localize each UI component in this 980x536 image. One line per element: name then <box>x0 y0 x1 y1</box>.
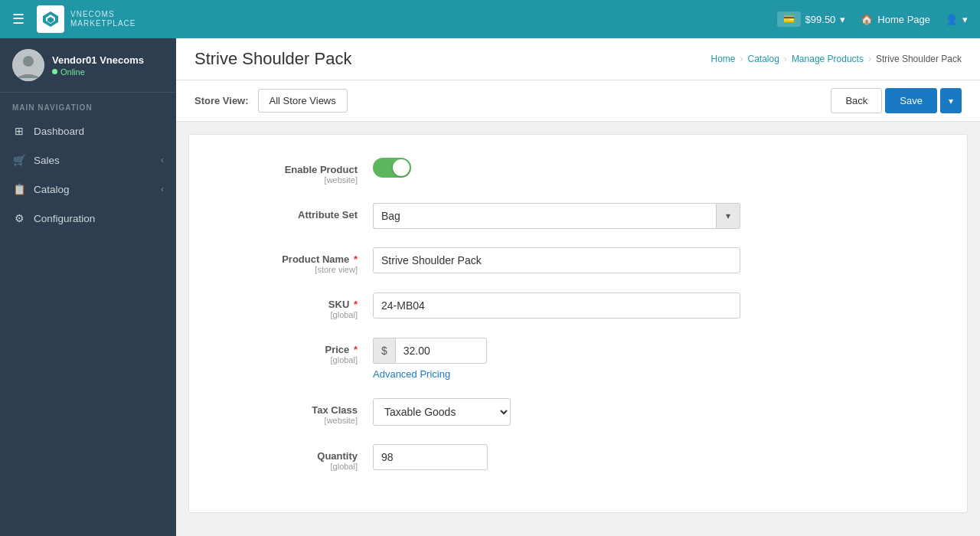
sidebar-item-sales[interactable]: 🛒 Sales ‹ <box>0 145 176 175</box>
store-view-button[interactable]: All Store Views <box>258 89 348 113</box>
quantity-label: Quantity [global] <box>220 444 373 471</box>
sidebar: Vendor01 Vnecoms Online MAIN NAVIGATION … <box>0 38 176 536</box>
home-label: Home Page <box>877 14 930 25</box>
enable-product-row: Enable Product [website] <box>220 158 936 185</box>
store-view-label: Store View: <box>194 95 249 106</box>
credit-amount: $99.50 <box>805 14 836 25</box>
quantity-input[interactable] <box>373 444 488 470</box>
product-name-row: Product Name * [store view] <box>220 247 936 274</box>
price-required: * <box>354 344 358 355</box>
credit-arrow: ▾ <box>840 14 845 25</box>
sidebar-item-configuration[interactable]: ⚙ Configuration <box>0 204 176 233</box>
breadcrumb-home[interactable]: Home <box>710 54 735 64</box>
sku-required: * <box>354 299 358 310</box>
sidebar-item-label-configuration: Configuration <box>34 213 95 224</box>
user-menu[interactable]: 👤 ▾ <box>946 14 968 25</box>
home-page-item[interactable]: 🏠 Home Page <box>861 14 930 25</box>
svg-point-4 <box>23 56 34 67</box>
header-right: 💳 $99.50 ▾ 🏠 Home Page 👤 ▾ <box>777 11 968 27</box>
user-info: Vendor01 Vnecoms Online <box>52 54 144 77</box>
catalog-icon: 📋 <box>12 183 26 195</box>
credit-icon: 💳 <box>777 11 801 27</box>
credit-item[interactable]: 💳 $99.50 ▾ <box>777 11 846 27</box>
user-name: Vendor01 Vnecoms <box>52 54 144 66</box>
attribute-set-label: Attribute Set <box>220 203 373 221</box>
tax-class-label: Tax Class [website] <box>220 398 373 425</box>
toolbar: Store View: All Store Views Back Save ▾ <box>176 80 980 122</box>
attribute-set-row: Attribute Set ▾ <box>220 203 936 229</box>
layout: Vendor01 Vnecoms Online MAIN NAVIGATION … <box>0 38 980 536</box>
breadcrumb-sep-1: › <box>740 54 743 64</box>
sidebar-item-label-catalog: Catalog <box>34 184 70 195</box>
tax-class-row: Tax Class [website] Taxable Goods <box>220 398 936 426</box>
toolbar-actions: Back Save ▾ <box>831 88 962 113</box>
logo-icon <box>37 5 64 33</box>
attribute-set-dropdown[interactable]: ▾ <box>716 203 740 229</box>
sidebar-item-label-dashboard: Dashboard <box>34 126 84 137</box>
quantity-row: Quantity [global] <box>220 444 936 471</box>
price-symbol: $ <box>373 338 395 364</box>
advanced-pricing-link[interactable]: Advanced Pricing <box>373 368 740 380</box>
user-arrow: ▾ <box>962 14 968 25</box>
hamburger-icon[interactable]: ☰ <box>12 11 24 28</box>
sales-icon: 🛒 <box>12 154 26 166</box>
user-icon: 👤 <box>946 14 958 25</box>
breadcrumb-sep-3: › <box>868 54 871 64</box>
breadcrumb-sep-2: › <box>784 54 787 64</box>
catalog-arrow-icon: ‹ <box>161 184 164 194</box>
sales-arrow-icon: ‹ <box>161 155 164 165</box>
price-row: Price * [global] $ Advanced Pricing <box>220 338 936 380</box>
status-dot <box>52 69 57 74</box>
logo-text: VNECOMS MARKETPLACE <box>70 10 136 28</box>
product-name-label: Product Name * [store view] <box>220 247 373 274</box>
enable-product-toggle[interactable] <box>373 158 411 178</box>
avatar <box>12 49 44 81</box>
enable-product-label: Enable Product [website] <box>220 158 373 185</box>
user-section: Vendor01 Vnecoms Online <box>0 38 176 93</box>
breadcrumb-catalog[interactable]: Catalog <box>748 54 779 64</box>
breadcrumb: Home › Catalog › Manage Products › Striv… <box>710 54 962 64</box>
home-icon: 🏠 <box>861 14 873 25</box>
attribute-set-select-wrap: ▾ <box>373 203 740 229</box>
page-title: Strive Shoulder Pack <box>194 49 351 69</box>
price-input-wrap: $ <box>373 338 740 364</box>
breadcrumb-current: Strive Shoulder Pack <box>876 54 962 64</box>
sku-row: SKU * [global] <box>220 293 936 319</box>
dashboard-icon: ⊞ <box>12 125 26 137</box>
status-label: Online <box>60 67 85 77</box>
tax-class-select[interactable]: Taxable Goods <box>373 398 511 426</box>
store-view-section: Store View: All Store Views <box>194 89 348 113</box>
page-header: Strive Shoulder Pack Home › Catalog › Ma… <box>176 38 980 80</box>
top-header: ☰ VNECOMS MARKETPLACE 💳 $99.50 ▾ 🏠 Home … <box>0 0 980 38</box>
configuration-icon: ⚙ <box>12 212 26 224</box>
product-name-required: * <box>354 253 358 265</box>
sidebar-item-label-sales: Sales <box>34 155 60 166</box>
save-button[interactable]: Save <box>885 88 937 113</box>
sku-label: SKU * [global] <box>220 293 373 319</box>
sku-input[interactable] <box>373 293 740 319</box>
sidebar-item-dashboard[interactable]: ⊞ Dashboard <box>0 116 176 145</box>
attribute-set-input[interactable] <box>373 203 716 229</box>
breadcrumb-manage-products[interactable]: Manage Products <box>792 54 864 64</box>
nav-label: MAIN NAVIGATION <box>0 93 176 116</box>
sidebar-item-catalog[interactable]: 📋 Catalog ‹ <box>0 175 176 204</box>
toggle-knob <box>393 159 410 176</box>
back-button[interactable]: Back <box>831 88 882 113</box>
header-left: ☰ VNECOMS MARKETPLACE <box>12 5 136 33</box>
user-status: Online <box>52 67 144 77</box>
price-label: Price * [global] <box>220 338 373 364</box>
logo: VNECOMS MARKETPLACE <box>37 5 136 33</box>
price-input[interactable] <box>395 338 487 364</box>
save-dropdown-button[interactable]: ▾ <box>940 88 962 113</box>
product-form: Enable Product [website] Attribute Set <box>188 134 968 513</box>
main-content: Strive Shoulder Pack Home › Catalog › Ma… <box>176 38 980 536</box>
product-name-input[interactable] <box>373 247 740 273</box>
